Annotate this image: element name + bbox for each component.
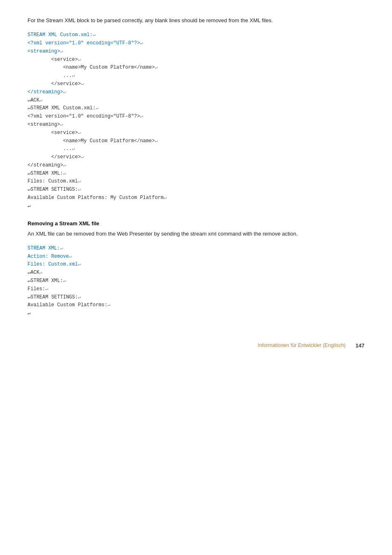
page-content: For the Stream XML block to be parsed co…: [28, 16, 364, 349]
intro-paragraph: For the Stream XML block to be parsed co…: [28, 16, 364, 25]
page-number: 147: [355, 342, 364, 349]
code-block-2: STREAM XML:↵Action: Remove↵Files: Custom…: [28, 245, 364, 318]
code-block-1: STREAM XML Custom.xml:↵<?xml version="1.…: [28, 31, 364, 210]
section-heading: Removing a Stream XML file: [28, 220, 364, 227]
section-intro: An XML file can be removed from the Web …: [28, 230, 364, 238]
footer-label: Informationen für Entwickler (Englisch): [258, 342, 346, 348]
footer: Informationen für Entwickler (Englisch) …: [28, 342, 364, 349]
